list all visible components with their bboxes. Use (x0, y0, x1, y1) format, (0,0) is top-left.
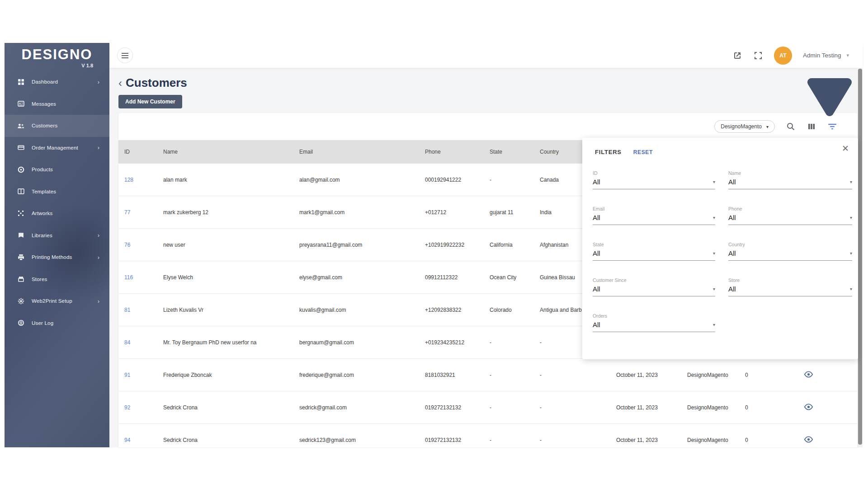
filter-value: All (593, 249, 600, 257)
add-new-customer-button[interactable]: Add New Customer (118, 95, 182, 108)
column-header-phone: Phone (425, 149, 490, 155)
customer-id-link[interactable]: 84 (124, 339, 163, 346)
cell-email: bergnaum@gmail.com (299, 339, 425, 346)
sidebar-item-web2print-setup[interactable]: Web2Print Setup› (5, 290, 109, 312)
hamburger-menu-button[interactable] (117, 47, 133, 63)
customer-id-link[interactable]: 94 (124, 437, 163, 443)
close-icon[interactable]: ✕ (842, 144, 849, 153)
sidebar-item-messages[interactable]: Messages (5, 93, 109, 115)
sidebar-item-label: Artworks (32, 211, 52, 216)
chevron-right-icon: › (98, 254, 99, 261)
cell-country: - (540, 404, 616, 411)
chevron-down-icon: ▾ (713, 179, 715, 184)
columns-icon[interactable] (807, 122, 816, 131)
cell-phone: +019234235212 (425, 339, 490, 346)
sidebar-item-artworks[interactable]: Artworks (5, 202, 109, 225)
chevron-down-icon: ▾ (713, 215, 715, 220)
cell-name: mark zukerberg 12 (163, 209, 299, 216)
filter-value: All (593, 321, 600, 328)
customers-icon (17, 122, 24, 129)
artworks-icon (17, 210, 24, 217)
sidebar-item-libraries[interactable]: Libraries› (5, 225, 109, 247)
chevron-right-icon: › (98, 79, 99, 85)
cell-state: - (490, 177, 540, 183)
search-icon[interactable] (786, 122, 796, 131)
filter-select-customer-since[interactable]: Customer SinceAll▾ (593, 277, 715, 296)
customer-id-link[interactable]: 128 (124, 177, 163, 183)
cell-name: Frederique Zboncak (163, 372, 299, 378)
user-name[interactable]: Admin Testing (803, 52, 841, 59)
user-log-icon (17, 319, 24, 327)
cell-email: sedrick123@gmail.com (299, 437, 425, 443)
customer-id-link[interactable]: 91 (124, 372, 163, 378)
dashboard-icon (17, 78, 24, 85)
filter-label: Email (593, 206, 715, 211)
brand-version: V 1.8 (81, 63, 93, 68)
back-chevron-icon[interactable]: ‹ (118, 77, 122, 89)
cell-email: elyse@gmail.com (299, 274, 425, 281)
table-row: 94Sedrick Cronasedrick123@gmail.com01927… (118, 424, 858, 447)
filter-value: All (593, 214, 600, 221)
view-customer-eye-icon[interactable] (804, 404, 814, 411)
cell-phone: 019272132132 (425, 437, 490, 443)
products-icon (17, 166, 24, 173)
cell-state: Ocean City (490, 274, 540, 281)
cell-customer-since: October 11, 2023 (616, 404, 687, 411)
cell-email: mark1@gmail.com (299, 209, 425, 216)
view-customer-eye-icon[interactable] (804, 436, 814, 443)
cell-phone: 000192941222 (425, 177, 490, 183)
printing-methods-icon (17, 253, 24, 261)
scrollbar-thumb[interactable] (858, 69, 862, 445)
sidebar-item-dashboard[interactable]: Dashboard› (5, 71, 109, 93)
filter-value: All (593, 178, 600, 186)
filter-select-id[interactable]: IDAll▾ (593, 170, 715, 189)
fullscreen-icon[interactable] (753, 51, 763, 61)
cell-customer-since: October 11, 2023 (616, 437, 687, 443)
filter-select-store[interactable]: StoreAll▾ (728, 277, 852, 296)
sidebar-menu: Dashboard›MessagesCustomersOrder Managem… (5, 71, 109, 334)
customer-id-link[interactable]: 81 (124, 307, 163, 313)
chevron-right-icon: › (98, 298, 99, 305)
sidebar-item-order-management[interactable]: Order Management› (5, 137, 109, 159)
filter-select-state[interactable]: StateAll▾ (593, 242, 715, 261)
filter-select-phone[interactable]: PhoneAll▾ (728, 206, 852, 225)
sidebar-item-user-log[interactable]: User Log (5, 312, 109, 334)
user-avatar[interactable]: AT (774, 47, 792, 65)
filter-icon[interactable] (827, 122, 837, 131)
filter-label: Country (728, 242, 852, 247)
view-customer-eye-icon[interactable] (804, 371, 814, 378)
filter-select-name[interactable]: NameAll▾ (728, 170, 852, 189)
customer-id-link[interactable]: 92 (124, 404, 163, 411)
filter-value: All (728, 249, 736, 257)
cell-email: preyasrana11@gmail.com (299, 242, 425, 248)
reset-filters-button[interactable]: RESET (633, 149, 653, 155)
sidebar-item-stores[interactable]: Stores (5, 268, 109, 291)
sidebar-item-label: Messages (32, 101, 56, 107)
filter-value: All (593, 285, 600, 293)
sidebar-item-products[interactable]: Products (5, 159, 109, 181)
sidebar-item-customers[interactable]: Customers (5, 115, 109, 137)
filter-select-email[interactable]: EmailAll▾ (593, 206, 715, 225)
filter-fields-grid: IDAll▾NameAll▾EmailAll▾PhoneAll▾StateAll… (593, 170, 852, 332)
sidebar-item-label: Stores (32, 277, 47, 282)
store-view-dropdown[interactable]: DesignoMagento ▾ (714, 120, 775, 133)
cell-orders: 0 (745, 437, 804, 443)
chevron-down-icon: ▾ (713, 322, 715, 327)
sidebar: DESIGNO V 1.8 Dashboard›MessagesCustomer… (5, 43, 109, 447)
cell-name: Elyse Welch (163, 274, 299, 281)
filter-label: State (593, 242, 715, 247)
filter-select-orders[interactable]: OrdersAll▾ (593, 313, 715, 332)
external-link-icon[interactable] (732, 51, 742, 61)
customer-id-link[interactable]: 116 (124, 274, 163, 281)
chevron-down-icon: ▾ (850, 286, 852, 291)
customer-id-link[interactable]: 76 (124, 242, 163, 248)
cell-state: - (490, 404, 540, 411)
sidebar-item-printing-methods[interactable]: Printing Methods› (5, 246, 109, 268)
sidebar-item-templates[interactable]: Templates (5, 181, 109, 203)
filter-select-country[interactable]: CountryAll▾ (728, 242, 852, 261)
filters-panel: FILTERS RESET ✕ IDAll▾NameAll▾EmailAll▾P… (582, 138, 858, 359)
customer-id-link[interactable]: 77 (124, 209, 163, 216)
filter-value: All (728, 178, 736, 186)
cell-name: Sedrick Crona (163, 437, 299, 443)
chevron-down-icon[interactable]: ▾ (846, 52, 849, 58)
